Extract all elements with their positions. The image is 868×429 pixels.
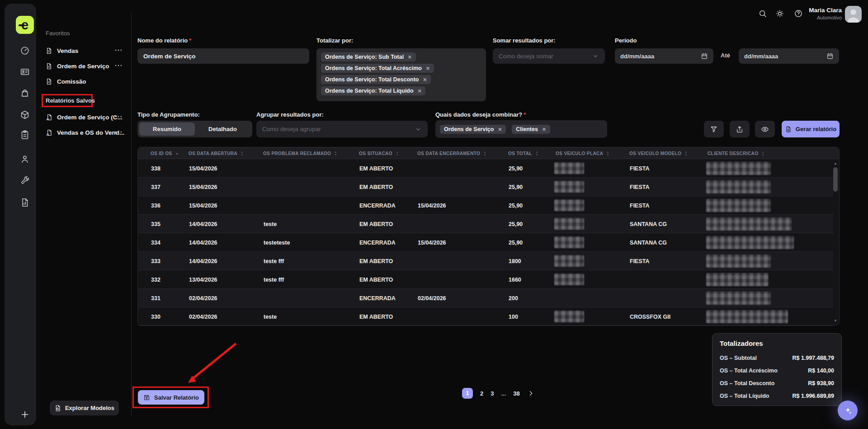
results-table: OS ID OSOS DATA ABERTURAOS PROBLEMA RECL…	[137, 147, 840, 325]
preview-button[interactable]	[755, 121, 775, 137]
document-icon	[45, 78, 53, 85]
selected-option-tag[interactable]: Ordens de Serviço✕	[440, 125, 506, 134]
combine-multiselect[interactable]: Ordens de Serviço✕Clientes✕	[435, 120, 607, 138]
item-menu-button[interactable]	[114, 112, 124, 122]
grouping-option-summary[interactable]: Resumido	[139, 123, 195, 136]
table-cell: EM ABERTO	[359, 307, 393, 326]
calendar-icon[interactable]	[826, 52, 834, 60]
redacted-plate	[554, 218, 584, 230]
table-scrollbar[interactable]	[833, 167, 838, 192]
grouping-option-detailed[interactable]: Detalhado	[195, 123, 250, 136]
remove-tag-icon[interactable]: ✕	[498, 127, 502, 132]
app-logo[interactable]: e	[16, 16, 34, 34]
logo-bar	[19, 24, 25, 26]
column-header[interactable]: OS TOTAL	[508, 147, 540, 159]
pagination-page[interactable]: 1	[462, 388, 473, 399]
rail-nav-file-chart[interactable]	[20, 198, 30, 207]
remove-tag-icon[interactable]: ✕	[423, 77, 427, 82]
table-cell: teste fff	[264, 252, 284, 270]
table-row[interactable]: 33514/04/2026testeEM ABERTO25,90SANTANA …	[138, 215, 833, 233]
column-header[interactable]: OS PROBLEMA RECLAMADO	[263, 147, 339, 159]
totalize-multiselect[interactable]: Ordens de Serviço: Sub Total✕Ordens de S…	[316, 48, 486, 101]
column-header[interactable]: OS VEICULO MODELO	[629, 147, 689, 159]
filter-button[interactable]	[704, 121, 724, 137]
pagination-page[interactable]: 3	[491, 390, 494, 397]
item-menu-button[interactable]	[114, 46, 124, 56]
remove-tag-icon[interactable]: ✕	[418, 88, 422, 94]
table-cell: 15/04/2026	[189, 159, 217, 178]
calendar-icon[interactable]	[701, 52, 708, 60]
generate-report-button[interactable]: Gerar relatório	[782, 121, 840, 137]
explore-templates-button[interactable]: Explorar Modelos	[50, 401, 119, 415]
remove-tag-icon[interactable]: ✕	[426, 66, 430, 71]
table-cell: 25,90	[509, 178, 523, 196]
ellipsis-icon	[114, 46, 123, 55]
table-row[interactable]: 33715/04/2026EM ABERTO25,90FIESTA	[138, 178, 833, 196]
selected-option-tag[interactable]: Ordens de Serviço: Total Acréscimo✕	[321, 64, 434, 73]
scroll-down-icon[interactable]: ▼	[833, 318, 838, 324]
column-header[interactable]: OS DATA ENCERRAMENTO	[417, 147, 488, 159]
period-to-input[interactable]: dd/mm/aaaa	[739, 48, 839, 64]
rail-nav-id-card[interactable]	[20, 67, 30, 77]
pagination-page[interactable]: 2	[480, 390, 483, 397]
rail-nav-shopping-bag[interactable]	[20, 88, 30, 98]
add-button[interactable]	[20, 410, 30, 420]
item-menu-button[interactable]	[114, 127, 124, 137]
item-menu-button[interactable]	[114, 61, 124, 71]
column-header[interactable]: OS DATA ABERTURA	[189, 147, 245, 159]
sort-icon	[605, 151, 611, 156]
totals-row-value: R$ 1.997.488,79	[793, 355, 834, 361]
plus-icon	[20, 410, 30, 420]
selected-option-tag[interactable]: Clientes✕	[512, 125, 550, 134]
remove-tag-icon[interactable]: ✕	[408, 54, 412, 60]
sparkles-icon	[844, 406, 852, 415]
scroll-up-icon[interactable]: ▲	[833, 161, 838, 166]
period-from-value: dd/mm/aaaa	[620, 53, 654, 60]
table-cell: 25,90	[509, 159, 523, 178]
table-row[interactable]: 33815/04/2026EM ABERTO25,90FIESTA	[138, 159, 833, 178]
table-cell: ENCERRADA	[359, 233, 396, 252]
assistant-fab[interactable]	[838, 401, 858, 420]
table-row[interactable]: 33002/04/2026testeEM ABERTO100CROSSFOX G…	[138, 307, 833, 326]
selected-option-tag[interactable]: Ordens de Serviço: Sub Total✕	[321, 52, 416, 61]
selected-option-tag[interactable]: Ordens de Serviço: Total Líquido✕	[321, 86, 425, 95]
rail-nav-gauge[interactable]	[20, 46, 30, 56]
table-cell: 02/04/2026	[189, 307, 217, 326]
document-icon	[45, 62, 53, 70]
column-header[interactable]: OS SITUACAO	[359, 147, 400, 159]
svg-text:AI: AI	[46, 133, 49, 136]
column-header-label: OS DATA ENCERRAMENTO	[417, 151, 480, 156]
report-name-input[interactable]: Ordem de Serviço	[137, 48, 309, 64]
rail-nav-wrench[interactable]	[20, 175, 30, 185]
remove-tag-icon[interactable]: ✕	[542, 127, 546, 132]
pagination-page[interactable]: 38	[513, 390, 519, 397]
annotation-arrow	[177, 340, 245, 390]
pagination-next-button[interactable]	[527, 390, 534, 397]
column-header[interactable]: OS ID OS	[151, 147, 180, 159]
column-header[interactable]: OS VEICULO PLACA	[556, 147, 611, 159]
report-name-value: Ordem de Serviço	[143, 53, 196, 60]
totals-row-value: R$ 140,00	[808, 368, 834, 374]
period-from-input[interactable]: dd/mm/aaaa	[615, 48, 713, 64]
table-row[interactable]: 33102/04/2026ENCERRADA02/04/2026200	[138, 289, 833, 307]
column-header-label: OS PROBLEMA RECLAMADO	[263, 151, 331, 156]
table-row[interactable]: 33414/04/2026testetesteENCERRADA15/04/20…	[138, 233, 833, 252]
table-row[interactable]: 33314/04/2026teste fffEM ABERTO1800FIEST…	[138, 252, 833, 270]
export-button[interactable]	[730, 121, 750, 137]
chevron-down-icon	[415, 126, 422, 133]
selected-option-tag[interactable]: Ordens de Serviço: Total Desconto✕	[321, 75, 431, 84]
column-header[interactable]: CLIENTE DESCRICAO	[708, 147, 766, 159]
table-cell: 14/04/2026	[189, 252, 217, 270]
avatar[interactable]	[845, 6, 862, 23]
sidebar-report-item[interactable]: Comissão	[45, 76, 127, 87]
rail-nav-clipboard[interactable]	[20, 130, 30, 140]
rail-nav-package-box[interactable]	[20, 110, 30, 120]
group-by-select[interactable]: Como deseja agrupar	[256, 121, 428, 137]
document-search-icon	[54, 405, 61, 412]
sum-by-select[interactable]: Como deseja somar	[493, 48, 605, 64]
rail-nav-person[interactable]	[20, 154, 30, 164]
save-report-button[interactable]: Salvar Relatório	[138, 390, 204, 405]
table-row[interactable]: 33615/04/2026ENCERRADA15/04/202625,90FIE…	[138, 196, 833, 215]
table-row[interactable]: 33213/04/2026teste fffEM ABERTO1660	[138, 270, 833, 289]
ellipsis-icon	[114, 61, 123, 70]
